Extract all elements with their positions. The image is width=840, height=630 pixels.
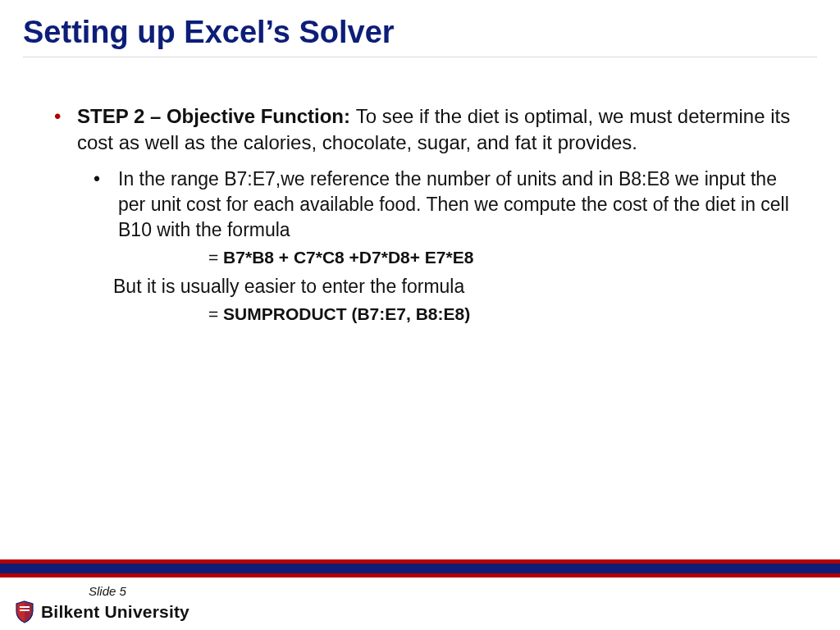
title-divider — [23, 57, 817, 57]
university-name: Bilkent University — [41, 602, 189, 622]
bullet-range-explanation: In the range B7:E7,we reference the numb… — [77, 167, 791, 243]
bullet-step2-lead: STEP 2 – Objective Function: — [77, 105, 356, 127]
svg-rect-1 — [20, 609, 30, 611]
formula1-eq: = — [208, 248, 223, 267]
shield-icon — [15, 600, 34, 623]
footer-bars — [0, 559, 840, 578]
slide-title: Setting up Excel’s Solver — [23, 15, 817, 50]
formula1-body: B7*B8 + C7*C8 +D7*D8+ E7*E8 — [223, 248, 473, 267]
slide-label: Slide — [89, 584, 120, 598]
level2-list: In the range B7:E7,we reference the numb… — [77, 167, 791, 243]
body-area: STEP 2 – Objective Function: To see if t… — [0, 64, 840, 326]
slide-number-value: 5 — [120, 584, 126, 598]
university-logo-row: Bilkent University — [15, 600, 189, 623]
followup-text: But it is usually easier to enter the fo… — [113, 274, 791, 299]
footer-bar-navy — [0, 564, 840, 573]
slide-number: Slide 5 — [89, 584, 126, 598]
title-area: Setting up Excel’s Solver — [0, 0, 840, 64]
formula-sumproduct: = SUMPRODUCT (B7:E7, B8:E8) — [208, 303, 791, 326]
formula2-eq: = — [208, 304, 223, 323]
formula-explicit: = B7*B8 + C7*C8 +D7*D8+ E7*E8 — [208, 246, 791, 269]
footer-bar-red-bottom — [0, 573, 840, 578]
formula2-body: SUMPRODUCT (B7:E7, B8:E8) — [223, 304, 470, 323]
level1-list: STEP 2 – Objective Function: To see if t… — [49, 103, 791, 326]
bullet-step2: STEP 2 – Objective Function: To see if t… — [49, 103, 791, 326]
bullet-range-text: In the range B7:E7,we reference the numb… — [118, 168, 789, 240]
slide: Setting up Excel’s Solver STEP 2 – Objec… — [0, 0, 840, 630]
svg-rect-0 — [20, 606, 30, 608]
